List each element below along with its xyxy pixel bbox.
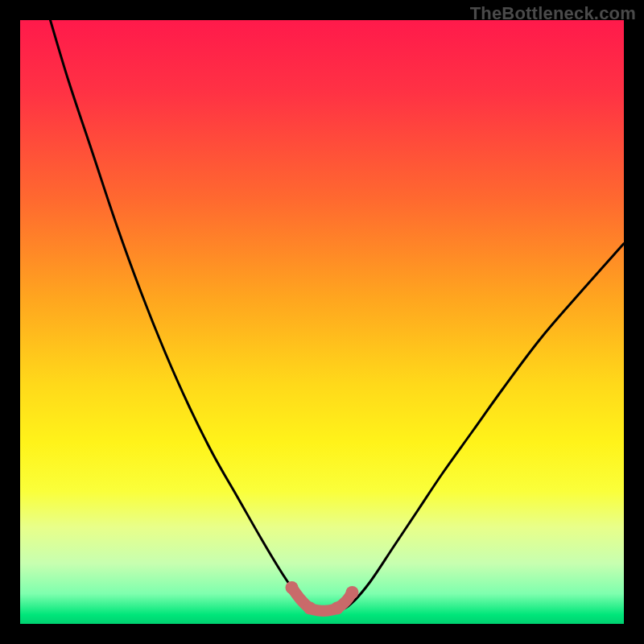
chart-svg bbox=[20, 20, 624, 624]
highlight-marker bbox=[303, 602, 316, 615]
plot-area bbox=[20, 20, 624, 624]
highlight-marker bbox=[286, 581, 299, 594]
chart-stage: TheBottleneck.com bbox=[0, 0, 644, 644]
gradient-background bbox=[20, 20, 624, 624]
highlight-marker bbox=[346, 586, 359, 599]
highlight-marker bbox=[331, 602, 344, 615]
